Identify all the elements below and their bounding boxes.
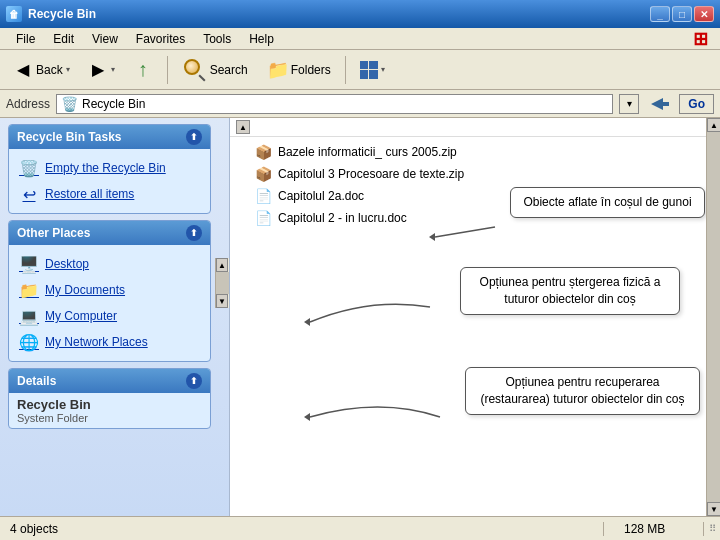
details-name: Recycle Bin — [17, 397, 202, 412]
views-button[interactable]: ▾ — [353, 57, 392, 83]
empty-recycle-bin-link[interactable]: 🗑️ Empty the Recycle Bin — [13, 155, 206, 181]
filelist-scroll-up[interactable]: ▲ — [236, 120, 250, 134]
toolbar: ◀ Back ▾ ▶ ▾ ↑ Search 📁 Folders ▾ — [0, 50, 720, 90]
tasks-collapse-btn[interactable]: ⬆ — [186, 129, 202, 145]
folders-label: Folders — [291, 63, 331, 77]
status-objects: 4 objects — [0, 522, 604, 536]
vscroll-down[interactable]: ▼ — [707, 502, 720, 516]
folders-icon: 📁 — [268, 60, 288, 80]
places-header-label: Other Places — [17, 226, 90, 240]
address-value: Recycle Bin — [82, 97, 145, 111]
places-section: Other Places ⬆ 🖥️ Desktop 📁 My Documents… — [8, 220, 211, 362]
network-icon: 🌐 — [19, 332, 39, 352]
menu-help[interactable]: Help — [241, 30, 282, 48]
vscroll-track — [707, 132, 720, 502]
views-arrow: ▾ — [381, 65, 385, 74]
sidebar-scrollbar[interactable]: ▲ ▼ — [215, 258, 229, 308]
filelist-scroll-row: ▲ — [230, 118, 720, 137]
details-header[interactable]: Details ⬆ — [9, 369, 210, 393]
file-name-1: Capitolul 3 Procesoare de texte.zip — [278, 167, 464, 181]
menu-favorites[interactable]: Favorites — [128, 30, 193, 48]
minimize-button[interactable]: _ — [650, 6, 670, 22]
forward-button[interactable]: ▶ ▾ — [81, 56, 122, 84]
file-icon-0: 📦 — [254, 143, 272, 161]
up-button[interactable]: ↑ — [126, 56, 160, 84]
statusbar: 4 objects 128 MB ⠿ — [0, 516, 720, 540]
desktop-link[interactable]: 🖥️ Desktop — [13, 251, 206, 277]
tasks-section: Recycle Bin Tasks ⬆ 🗑️ Empty the Recycle… — [8, 124, 211, 214]
toolbar-separator-2 — [345, 56, 346, 84]
sidebar: Recycle Bin Tasks ⬆ 🗑️ Empty the Recycle… — [0, 118, 230, 516]
search-label: Search — [210, 63, 248, 77]
maximize-button[interactable]: □ — [672, 6, 692, 22]
filelist-scrollbar[interactable]: ▲ ▼ — [706, 118, 720, 516]
titlebar: 🗑 Recycle Bin _ □ ✕ — [0, 0, 720, 28]
scroll-up[interactable]: ▲ — [216, 258, 228, 272]
tasks-header-label: Recycle Bin Tasks — [17, 130, 122, 144]
desktop-icon: 🖥️ — [19, 254, 39, 274]
my-documents-icon: 📁 — [19, 280, 39, 300]
details-collapse-btn[interactable]: ⬆ — [186, 373, 202, 389]
menu-tools[interactable]: Tools — [195, 30, 239, 48]
addressbar: Address 🗑️ Recycle Bin ▾ Go — [0, 90, 720, 118]
tasks-body: 🗑️ Empty the Recycle Bin ↩ Restore all i… — [9, 149, 210, 213]
back-button[interactable]: ◀ Back ▾ — [6, 56, 77, 84]
callout-objects: Obiecte aflate în coșul de gunoi — [510, 187, 705, 218]
menu-file[interactable]: File — [8, 30, 43, 48]
search-icon — [184, 59, 206, 81]
status-size: 128 MB — [604, 522, 704, 536]
svg-marker-4 — [304, 413, 310, 421]
folders-button[interactable]: 📁 Folders — [261, 56, 338, 84]
scroll-down[interactable]: ▼ — [216, 294, 228, 308]
filelist-content: 📦 Bazele informaticii_ curs 2005.zip 📦 C… — [230, 137, 720, 516]
file-icon-3: 📄 — [254, 209, 272, 227]
close-button[interactable]: ✕ — [694, 6, 714, 22]
go-button[interactable]: Go — [679, 94, 714, 114]
up-icon: ↑ — [133, 60, 153, 80]
search-button[interactable]: Search — [175, 55, 257, 85]
restore-icon: ↩ — [19, 184, 39, 204]
places-body: 🖥️ Desktop 📁 My Documents 💻 My Computer … — [9, 245, 210, 361]
my-documents-link[interactable]: 📁 My Documents — [13, 277, 206, 303]
vscroll-up[interactable]: ▲ — [707, 118, 720, 132]
menu-view[interactable]: View — [84, 30, 126, 48]
menu-edit[interactable]: Edit — [45, 30, 82, 48]
places-header[interactable]: Other Places ⬆ — [9, 221, 210, 245]
file-item-0[interactable]: 📦 Bazele informaticii_ curs 2005.zip — [250, 141, 712, 163]
file-name-3: Capitolul 2 - in lucru.doc — [278, 211, 407, 225]
details-body: Recycle Bin System Folder — [9, 393, 210, 428]
restore-label: Restore all items — [45, 187, 134, 201]
forward-arrow: ▾ — [111, 65, 115, 74]
file-name-0: Bazele informaticii_ curs 2005.zip — [278, 145, 457, 159]
address-folder-icon: 🗑️ — [61, 96, 78, 112]
filelist-inner: 📦 Bazele informaticii_ curs 2005.zip 📦 C… — [230, 137, 720, 233]
scroll-track — [216, 272, 229, 294]
titlebar-left: 🗑 Recycle Bin — [6, 6, 96, 22]
back-label: Back — [36, 63, 63, 77]
back-icon: ◀ — [13, 60, 33, 80]
tasks-header[interactable]: Recycle Bin Tasks ⬆ — [9, 125, 210, 149]
empty-bin-label: Empty the Recycle Bin — [45, 161, 166, 175]
details-type: System Folder — [17, 412, 202, 424]
svg-marker-2 — [429, 233, 435, 241]
status-grip: ⠿ — [704, 521, 720, 537]
details-section: Details ⬆ Recycle Bin System Folder — [8, 368, 211, 429]
my-network-places-link[interactable]: 🌐 My Network Places — [13, 329, 206, 355]
restore-all-link[interactable]: ↩ Restore all items — [13, 181, 206, 207]
file-icon-1: 📦 — [254, 165, 272, 183]
toolbar-separator — [167, 56, 168, 84]
network-label: My Network Places — [45, 335, 148, 349]
callout-objects-text: Obiecte aflate în coșul de gunoi — [523, 195, 691, 209]
titlebar-title: Recycle Bin — [28, 7, 96, 21]
my-computer-link[interactable]: 💻 My Computer — [13, 303, 206, 329]
file-icon-2: 📄 — [254, 187, 272, 205]
main-content: Recycle Bin Tasks ⬆ 🗑️ Empty the Recycle… — [0, 118, 720, 516]
titlebar-controls: _ □ ✕ — [650, 6, 714, 22]
file-item-1[interactable]: 📦 Capitolul 3 Procesoare de texte.zip — [250, 163, 712, 185]
address-go-arrow — [649, 94, 669, 114]
places-collapse-btn[interactable]: ⬆ — [186, 225, 202, 241]
titlebar-icon: 🗑 — [6, 6, 22, 22]
address-dropdown[interactable]: ▾ — [619, 94, 639, 114]
address-input-wrap[interactable]: 🗑️ Recycle Bin — [56, 94, 613, 114]
menubar: File Edit View Favorites Tools Help ⊞ — [0, 28, 720, 50]
